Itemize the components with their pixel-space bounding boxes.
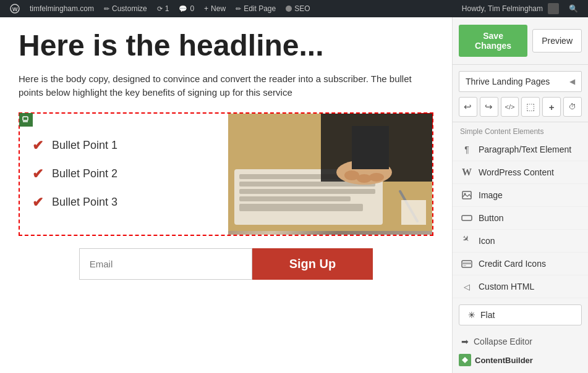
new-label: New [211, 4, 226, 13]
canvas: Here is the headline... Here is the body… [0, 17, 452, 373]
customize-item[interactable]: ✏ Customize [99, 0, 152, 17]
check-icon-1: ✔ [32, 138, 43, 154]
customize-label: Customize [112, 4, 147, 13]
cb-logo-icon [459, 354, 471, 366]
image-icon [461, 190, 472, 201]
handshake-svg [228, 114, 432, 231]
add-element-button[interactable]: + [542, 97, 561, 117]
block-edit-icon[interactable] [19, 113, 33, 127]
image-placeholder [228, 114, 432, 235]
button-icon [461, 212, 472, 224]
search-bar-item[interactable]: 🔍 [564, 0, 583, 17]
svg-rect-2 [23, 117, 28, 120]
check-icon-3: ✔ [32, 195, 43, 211]
body-copy: Here is the body copy, designed to convi… [19, 72, 433, 100]
flat-label: Flat [480, 310, 495, 320]
updates-item[interactable]: ⟳ 1 [152, 0, 174, 17]
sidebar-item-paragraph-label: Paragraph/Text Element [479, 145, 571, 154]
bullet-item-2: ✔ Bullet Point 2 [32, 166, 216, 182]
bullet-text-3: Bullet Point 3 [52, 196, 117, 209]
undo-button[interactable]: ↩ [459, 97, 477, 117]
check-icon-2: ✔ [32, 166, 43, 182]
svg-rect-8 [239, 189, 375, 194]
icon-icon: ✈ [459, 233, 474, 248]
svg-rect-9 [239, 196, 351, 201]
sidebar-item-custom-html-label: Custom HTML [479, 282, 534, 291]
thrive-dropdown-label: Thrive Landing Pages [466, 77, 550, 86]
selected-content-block[interactable]: ✕ ✔ Bullet Point 1 ✔ Bullet Point 2 ✔ Bu… [19, 112, 433, 236]
edit-page-item[interactable]: ✏ Edit Page [231, 0, 281, 17]
bullet-item-3: ✔ Bullet Point 3 [32, 195, 216, 211]
wp-logo-icon: W [10, 4, 20, 14]
sidebar-item-button-label: Button [479, 213, 503, 223]
sidebar-item-wordpress[interactable]: W WordPress Content [453, 161, 588, 184]
save-icon-button[interactable]: ⬚ [521, 97, 540, 117]
collapse-editor-button[interactable]: ➡ Collapse Editor [453, 332, 588, 351]
bullet-item-1: ✔ Bullet Point 1 [32, 138, 216, 154]
sidebar-item-icon[interactable]: ✈ Icon [453, 230, 588, 253]
bullet-text-1: Bullet Point 1 [52, 139, 117, 152]
admin-bar-right: Howdy, Tim Felmingham 🔍 [457, 0, 583, 17]
customize-icon: ✏ [104, 5, 109, 13]
svg-rect-19 [401, 200, 426, 225]
thrive-dropdown[interactable]: Thrive Landing Pages ◀ [459, 71, 582, 92]
sidebar-item-icon-label: Icon [479, 236, 495, 246]
seo-dot-icon [286, 6, 292, 12]
email-input[interactable] [79, 248, 252, 280]
seo-label: SEO [294, 4, 310, 13]
site-name: timfelmingham.com [30, 4, 94, 13]
comments-count: 0 [190, 4, 194, 13]
seo-item[interactable]: SEO [281, 0, 315, 17]
svg-rect-25 [463, 265, 466, 266]
user-greeting-item[interactable]: Howdy, Tim Felmingham [457, 0, 564, 17]
comments-icon: 💬 [179, 5, 187, 13]
preview-button[interactable]: Preview [532, 29, 582, 52]
svg-text:W: W [12, 6, 18, 12]
site-name-item[interactable]: timfelmingham.com [25, 0, 99, 17]
admin-bar: W timfelmingham.com ✏ Customize ⟳ 1 💬 0 … [0, 0, 588, 17]
svg-rect-17 [352, 126, 389, 169]
code-button[interactable]: </> [501, 97, 519, 117]
toolbar-icons-row: ↩ ↪ </> ⬚ + ⏱ [453, 92, 588, 122]
custom-html-icon: ◁ [461, 281, 472, 292]
wordpress-icon: W [461, 167, 472, 178]
save-changes-button[interactable]: Save Changes [459, 25, 527, 57]
search-icon: 🔍 [569, 4, 578, 13]
svg-rect-10 [239, 204, 363, 211]
sidebar-item-credit-card[interactable]: Credit Card Icons [453, 253, 588, 275]
sidebar-item-wordpress-label: WordPress Content [479, 167, 554, 177]
edit-page-label: Edit Page [244, 4, 276, 13]
new-plus-icon: + [204, 4, 208, 13]
redo-button[interactable]: ↪ [480, 97, 498, 117]
sidebar-item-credit-card-label: Credit Card Icons [479, 259, 546, 269]
svg-point-16 [369, 173, 384, 182]
collapse-editor-label: Collapse Editor [474, 337, 532, 346]
handshake-image [228, 114, 432, 235]
sidebar-item-image-label: Image [479, 190, 503, 200]
updates-count: 1 [165, 4, 169, 13]
comments-item[interactable]: 💬 0 [174, 0, 199, 17]
content-builder-logo: ContentBuilder [453, 351, 588, 371]
bullet-text-2: Bullet Point 2 [52, 167, 117, 180]
updates-icon: ⟳ [157, 5, 163, 13]
collapse-icon: ➡ [461, 337, 469, 346]
section-label: Simple Content Elements [453, 122, 588, 138]
sidebar-item-image[interactable]: Image [453, 184, 588, 207]
new-item[interactable]: + New [199, 0, 231, 17]
chevron-left-icon: ◀ [569, 77, 575, 86]
svg-rect-22 [462, 216, 472, 220]
paragraph-icon: ¶ [461, 144, 472, 155]
credit-card-icon [461, 258, 472, 269]
edit-icon: ✏ [236, 5, 241, 13]
sidebar-item-custom-html[interactable]: ◁ Custom HTML [453, 275, 588, 298]
signup-button[interactable]: Sign Up [252, 248, 373, 280]
flat-icon: ✳ [468, 310, 475, 320]
sidebar-top-actions: Save Changes Preview [453, 17, 588, 65]
sidebar-item-button[interactable]: Button [453, 207, 588, 230]
bullet-list: ✔ Bullet Point 1 ✔ Bullet Point 2 ✔ Bull… [20, 114, 228, 235]
main-layout: Here is the headline... Here is the body… [0, 17, 588, 373]
flat-button[interactable]: ✳ Flat [459, 304, 582, 325]
history-button[interactable]: ⏱ [563, 97, 582, 117]
sidebar-item-paragraph[interactable]: ¶ Paragraph/Text Element [453, 138, 588, 161]
wp-logo-item[interactable]: W [5, 0, 25, 17]
